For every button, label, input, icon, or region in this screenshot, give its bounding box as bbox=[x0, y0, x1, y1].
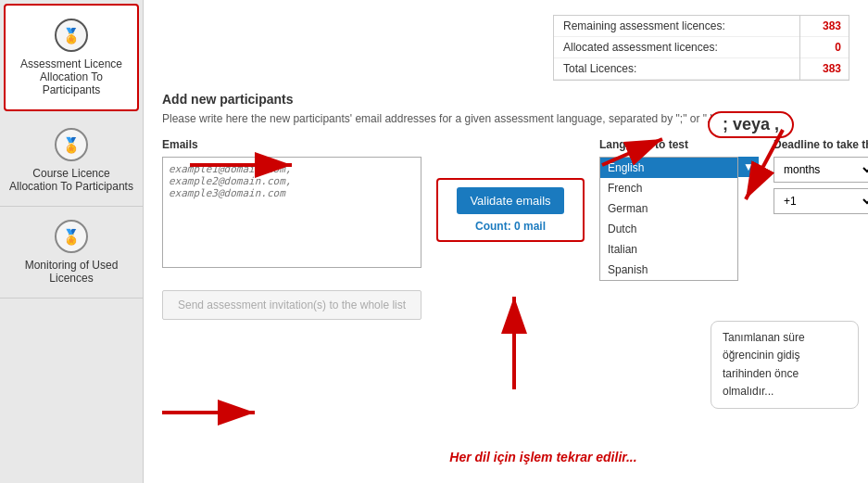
tooltip-content: Tanımlanan süre öğrencinin gidiş tarihin… bbox=[723, 331, 805, 398]
total-value: 383 bbox=[800, 58, 849, 80]
send-button-row: Send assessment invitation(s) to the who… bbox=[162, 290, 849, 320]
deadline-period-select[interactable]: months weeks days bbox=[774, 157, 868, 183]
tooltip-text-box: Tanımlanan süre öğrencinin gidiş tarihin… bbox=[711, 321, 859, 409]
course-licence-icon: 🏅 bbox=[55, 128, 88, 161]
sidebar-item-label-course: Course Licence Allocation To Participant… bbox=[9, 167, 133, 193]
section-title: Add new participants bbox=[162, 92, 849, 107]
emails-column: Emails bbox=[162, 138, 421, 268]
sidebar-item-course-licence[interactable]: 🏅 Course Licence Allocation To Participa… bbox=[0, 115, 143, 207]
emails-label: Emails bbox=[162, 138, 421, 151]
language-listbox-row: English French German Dutch Italian Span… bbox=[599, 157, 759, 281]
language-dropdown-button[interactable]: ▼ bbox=[738, 157, 759, 177]
deadline-column: Deadline to take the test months weeks d… bbox=[774, 138, 868, 220]
remaining-label: Remaining assessment licences: bbox=[554, 16, 800, 37]
licence-info-box: Remaining assessment licences: 383 Alloc… bbox=[553, 15, 849, 81]
count-value: 0 mail bbox=[514, 220, 546, 233]
allocated-value: 0 bbox=[800, 37, 849, 58]
language-listbox[interactable]: English French German Dutch Italian Span… bbox=[599, 157, 738, 281]
deadline-label: Deadline to take the test bbox=[774, 138, 868, 151]
language-column: Language to test English French German D… bbox=[599, 138, 759, 281]
lang-option-german[interactable]: German bbox=[600, 198, 737, 219]
sidebar-item-label-monitoring: Monitoring of Used Licences bbox=[9, 259, 133, 285]
remaining-value: 383 bbox=[800, 16, 849, 37]
total-label: Total Licences: bbox=[554, 58, 800, 80]
monitoring-icon: 🏅 bbox=[55, 220, 88, 253]
lang-option-french[interactable]: French bbox=[600, 178, 737, 198]
validate-column: Validate emails Count: 0 mail bbox=[436, 178, 585, 242]
semicolon-bubble: ; veya , bbox=[708, 111, 794, 138]
validate-box: Validate emails Count: 0 mail bbox=[436, 178, 585, 242]
sidebar-item-label-assessment: Assessment Licence Allocation To Partici… bbox=[15, 57, 128, 96]
deadline-number-row: +1 +2 +3 +6 +12 ▼ bbox=[774, 188, 868, 214]
lang-option-dutch[interactable]: Dutch bbox=[600, 219, 737, 239]
assessment-licence-icon: 🏅 bbox=[55, 19, 88, 52]
validate-emails-button[interactable]: Validate emails bbox=[457, 187, 563, 214]
deadline-number-select[interactable]: +1 +2 +3 +6 +12 bbox=[774, 188, 868, 214]
lang-option-spanish[interactable]: Spanish bbox=[600, 260, 737, 280]
count-text: Count: 0 mail bbox=[475, 220, 546, 233]
sidebar-item-assessment-licence[interactable]: 🏅 Assessment Licence Allocation To Parti… bbox=[4, 4, 139, 111]
main-content: Remaining assessment licences: 383 Alloc… bbox=[144, 0, 868, 483]
language-label: Language to test bbox=[599, 138, 759, 151]
lang-option-english[interactable]: English bbox=[600, 158, 737, 178]
sidebar-item-monitoring[interactable]: 🏅 Monitoring of Used Licences bbox=[0, 207, 143, 299]
allocated-label: Allocated assessment licences: bbox=[554, 37, 800, 58]
form-row: Emails Validate emails Count: 0 mail Lan… bbox=[162, 138, 849, 281]
bottom-annotation: Her dil için işlem tekrar edilir... bbox=[449, 450, 636, 464]
sidebar: 🏅 Assessment Licence Allocation To Parti… bbox=[0, 0, 144, 483]
send-invitation-button[interactable]: Send assessment invitation(s) to the who… bbox=[162, 290, 421, 320]
count-label: Count: bbox=[475, 220, 511, 233]
emails-textarea[interactable] bbox=[162, 157, 421, 268]
deadline-period-row: months weeks days ▼ bbox=[774, 157, 868, 183]
lang-option-italian[interactable]: Italian bbox=[600, 239, 737, 260]
